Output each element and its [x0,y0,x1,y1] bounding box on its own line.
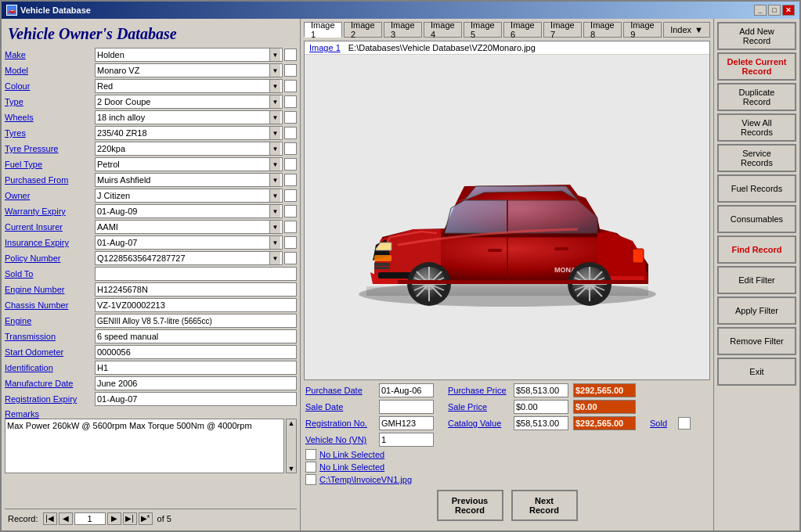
label-purchase-date[interactable]: Purchase Date [305,386,376,395]
field-input-insurance-expiry[interactable]: 01-Aug-07 ▼ [95,235,283,250]
link-checkbox-3[interactable] [305,474,316,485]
remarks-scroll-up[interactable]: ▲ [287,419,296,427]
duplicate-record-button[interactable]: DuplicateRecord [717,83,796,111]
dropdown-arrow-tyre-pressure[interactable]: ▼ [269,142,280,155]
value-purchase-price-orange[interactable]: $292,565.00 [573,383,636,397]
field-checkbox-owner[interactable] [284,189,297,202]
dropdown-arrow-colour[interactable]: ▼ [269,80,280,92]
field-checkbox-model[interactable] [284,64,297,77]
link-label-3[interactable]: C:\Temp\InvoiceVN1.jpg [319,475,412,484]
field-label-fuel-type[interactable]: Fuel Type [5,160,95,169]
field-label-warranty-expiry[interactable]: Warranty Expiry [5,207,95,216]
edit-filter-button[interactable]: Edit Filter [717,266,796,294]
remarks-scroll-down[interactable]: ▼ [287,465,296,473]
field-checkbox-warranty-expiry[interactable] [284,205,297,217]
dropdown-arrow-policy-number[interactable]: ▼ [269,252,280,264]
field-label-policy-number[interactable]: Policy Number [5,253,95,263]
field-input-identification[interactable]: H1 [95,361,297,375]
label-purchase-price[interactable]: Purchase Price [448,386,511,395]
field-label-purchased-from[interactable]: Purchased From [5,175,95,185]
field-input-type[interactable]: 2 Door Coupe ▼ [95,95,283,109]
field-checkbox-tyre-pressure[interactable] [284,142,297,155]
field-label-start-odometer[interactable]: Start Odometer [5,347,95,357]
field-label-colour[interactable]: Colour [5,81,95,91]
field-label-owner[interactable]: Owner [5,191,95,200]
maximize-button[interactable]: □ [768,5,781,16]
index-button[interactable]: Index ▼ [663,22,710,38]
field-label-sold-to[interactable]: Sold To [5,269,95,279]
label-registration-no[interactable]: Registration No. [305,419,376,428]
field-input-model[interactable]: Monaro VZ ▼ [95,63,283,77]
field-input-warranty-expiry[interactable]: 01-Aug-09 ▼ [95,204,283,218]
value-catalog-value[interactable]: $58,513.00 [514,416,568,430]
field-input-tyres[interactable]: 235/40 ZR18 ▼ [95,126,283,140]
nav-prev-button[interactable]: ◀ [59,512,73,525]
dropdown-arrow-wheels[interactable]: ▼ [269,111,280,124]
dropdown-arrow-warranty-expiry[interactable]: ▼ [269,205,280,217]
dropdown-arrow-current-insurer[interactable]: ▼ [269,221,280,233]
field-input-fuel-type[interactable]: Petrol ▼ [95,157,283,171]
consumables-button[interactable]: Consumables [717,205,796,233]
field-label-engine[interactable]: Engine [5,316,95,325]
link-label-2[interactable]: No Link Selected [319,462,384,472]
field-label-manufacture-date[interactable]: Manufacture Date [5,379,95,388]
exit-button[interactable]: Exit [717,358,796,386]
next-record-button[interactable]: NextRecord [511,490,578,521]
value-purchase-date[interactable]: 01-Aug-06 [379,383,434,397]
dropdown-arrow-fuel-type[interactable]: ▼ [269,158,280,171]
field-label-identification[interactable]: Identification [5,363,95,372]
nav-next-button[interactable]: ▶ [107,512,121,525]
value-sale-price[interactable]: $0.00 [514,400,568,414]
add-new-record-button[interactable]: Add NewRecord [717,22,796,50]
link-label-1[interactable]: No Link Selected [319,450,384,459]
field-input-start-odometer[interactable]: 0000056 [95,345,297,359]
value-catalog-orange[interactable]: $292,565.00 [573,416,636,430]
tab-image-9[interactable]: Image 9 [623,22,662,38]
field-label-insurance-expiry[interactable]: Insurance Expiry [5,238,95,247]
nav-new-button[interactable]: ▶* [139,512,153,525]
link-checkbox-2[interactable] [305,462,316,473]
minimize-button[interactable]: _ [754,5,767,16]
checkbox-sold[interactable] [678,417,691,430]
field-checkbox-type[interactable] [284,95,297,108]
field-checkbox-colour[interactable] [284,80,297,92]
remarks-textarea[interactable]: Max Power 260kW @ 5600rpm Max Torque 500… [5,419,284,473]
value-sale-price-orange[interactable]: $0.00 [573,400,636,414]
view-all-records-button[interactable]: View AllRecords [717,113,796,142]
tab-image-2[interactable]: Image 2 [344,22,382,38]
tab-image-7[interactable]: Image 7 [543,22,582,38]
dropdown-arrow-make[interactable]: ▼ [269,49,280,61]
field-label-transmission[interactable]: Transmission [5,332,95,341]
field-checkbox-policy-number[interactable] [284,252,297,264]
field-input-colour[interactable]: Red ▼ [95,79,283,93]
field-label-model[interactable]: Model [5,66,95,75]
dropdown-arrow-type[interactable]: ▼ [269,95,280,108]
field-checkbox-current-insurer[interactable] [284,221,297,233]
value-sale-date[interactable] [379,400,434,414]
label-sale-date[interactable]: Sale Date [305,402,376,412]
field-input-registration-expiry[interactable]: 01-Aug-07 [95,392,297,406]
field-input-manufacture-date[interactable]: June 2006 [95,376,297,390]
dropdown-arrow-insurance-expiry[interactable]: ▼ [269,236,280,249]
field-label-type[interactable]: Type [5,97,95,106]
field-checkbox-make[interactable] [284,49,297,61]
tab-image-3[interactable]: Image 3 [384,22,422,38]
dropdown-arrow-owner[interactable]: ▼ [269,189,280,202]
close-button[interactable]: ✕ [782,5,795,16]
link-checkbox-1[interactable] [305,449,316,460]
fuel-records-button[interactable]: Fuel Records [717,174,796,203]
field-input-make[interactable]: Holden ▼ [95,48,283,62]
field-checkbox-purchased-from[interactable] [284,174,297,186]
tab-image-1[interactable]: Image 1 [304,22,342,38]
service-records-button[interactable]: ServiceRecords [717,144,796,172]
dropdown-arrow-purchased-from[interactable]: ▼ [269,174,280,186]
field-label-tyres[interactable]: Tyres [5,128,95,138]
value-registration-no[interactable]: GMH123 [379,416,434,430]
dropdown-arrow-tyres[interactable]: ▼ [269,127,280,139]
field-label-tyre-pressure[interactable]: Tyre Pressure [5,144,95,153]
field-checkbox-wheels[interactable] [284,111,297,124]
value-vehicle-no[interactable]: 1 [379,433,434,447]
tab-image-8[interactable]: Image 8 [583,22,622,38]
field-input-purchased-from[interactable]: Muirs Ashfield ▼ [95,173,283,187]
value-purchase-price[interactable]: $58,513.00 [514,383,568,397]
